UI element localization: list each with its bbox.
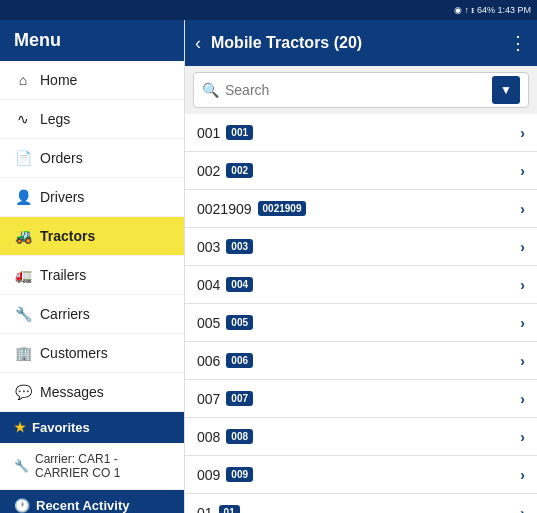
list-item-label-008: 008 — [197, 429, 220, 445]
list-item-badge-007: 007 — [226, 391, 253, 406]
list-item-text-006: 006 006 — [197, 353, 512, 369]
list-item-text-001: 001 001 — [197, 125, 512, 141]
list-item-label-001: 001 — [197, 125, 220, 141]
sidebar: Menu ⌂ Home∿ Legs📄 Orders👤 Drivers🚜 Trac… — [0, 20, 185, 513]
list-chevron-001: › — [520, 125, 525, 141]
sidebar-items: ⌂ Home∿ Legs📄 Orders👤 Drivers🚜 Tractors🚛… — [0, 61, 184, 412]
legs-icon: ∿ — [14, 111, 32, 127]
list-chevron-004: › — [520, 277, 525, 293]
list-item-text-005: 005 005 — [197, 315, 512, 331]
home-icon: ⌂ — [14, 72, 32, 88]
list-item-003[interactable]: 003 003 › — [185, 228, 537, 266]
list-item-label-002: 002 — [197, 163, 220, 179]
sidebar-item-messages[interactable]: 💬 Messages — [0, 373, 184, 412]
sidebar-label-tractors: Tractors — [40, 228, 95, 244]
list-item-badge-005: 005 — [226, 315, 253, 330]
list-container: 001 001 › 002 002 › 0021909 0021909 › 00… — [185, 114, 537, 513]
fav-icon-carrier-car1: 🔧 — [14, 459, 29, 473]
list-item-label-005: 005 — [197, 315, 220, 331]
sidebar-label-customers: Customers — [40, 345, 108, 361]
list-item-005[interactable]: 005 005 › — [185, 304, 537, 342]
list-chevron-005: › — [520, 315, 525, 331]
list-items: 001 001 › 002 002 › 0021909 0021909 › 00… — [185, 114, 537, 513]
list-item-label-003: 003 — [197, 239, 220, 255]
search-input[interactable] — [225, 82, 486, 98]
list-chevron-01: › — [520, 505, 525, 514]
list-item-0021909[interactable]: 0021909 0021909 › — [185, 190, 537, 228]
customers-icon: 🏢 — [14, 345, 32, 361]
list-item-text-008: 008 008 — [197, 429, 512, 445]
orders-icon: 📄 — [14, 150, 32, 166]
status-bar: ◉ ↑ ᵻ 64% 1:43 PM — [0, 0, 537, 20]
list-item-badge-006: 006 — [226, 353, 253, 368]
list-item-badge-001: 001 — [226, 125, 253, 140]
sidebar-label-messages: Messages — [40, 384, 104, 400]
list-chevron-007: › — [520, 391, 525, 407]
list-item-008[interactable]: 008 008 › — [185, 418, 537, 456]
sidebar-item-customers[interactable]: 🏢 Customers — [0, 334, 184, 373]
list-chevron-0021909: › — [520, 201, 525, 217]
sidebar-item-carriers[interactable]: 🔧 Carriers — [0, 295, 184, 334]
recent-section: 🕐 Recent Activity — [0, 490, 184, 513]
list-item-text-002: 002 002 — [197, 163, 512, 179]
content-area: ‹ Mobile Tractors (20) ⋮ 🔍 ▼ 001 001 › 0… — [185, 20, 537, 513]
drivers-icon: 👤 — [14, 189, 32, 205]
list-item-label-007: 007 — [197, 391, 220, 407]
list-item-006[interactable]: 006 006 › — [185, 342, 537, 380]
sidebar-item-home[interactable]: ⌂ Home — [0, 61, 184, 100]
sidebar-item-tractors[interactable]: 🚜 Tractors — [0, 217, 184, 256]
sidebar-label-legs: Legs — [40, 111, 70, 127]
list-item-002[interactable]: 002 002 › — [185, 152, 537, 190]
list-item-badge-008: 008 — [226, 429, 253, 444]
carriers-icon: 🔧 — [14, 306, 32, 322]
sidebar-label-orders: Orders — [40, 150, 83, 166]
list-item-badge-003: 003 — [226, 239, 253, 254]
list-item-text-0021909: 0021909 0021909 — [197, 201, 512, 217]
search-icon: 🔍 — [202, 82, 219, 98]
main-container: Menu ⌂ Home∿ Legs📄 Orders👤 Drivers🚜 Trac… — [0, 20, 537, 513]
list-item-label-01: 01 — [197, 505, 213, 514]
list-item-text-003: 003 003 — [197, 239, 512, 255]
page-title: Mobile Tractors (20) — [211, 34, 499, 52]
more-button[interactable]: ⋮ — [509, 32, 527, 54]
list-item-badge-004: 004 — [226, 277, 253, 292]
sidebar-item-legs[interactable]: ∿ Legs — [0, 100, 184, 139]
sidebar-item-drivers[interactable]: 👤 Drivers — [0, 178, 184, 217]
tractors-icon: 🚜 — [14, 228, 32, 244]
clock-icon: 🕐 — [14, 498, 30, 513]
list-item-badge-0021909: 0021909 — [258, 201, 307, 216]
search-bar: 🔍 ▼ — [193, 72, 529, 108]
sidebar-header: Menu — [0, 20, 184, 61]
sidebar-label-trailers: Trailers — [40, 267, 86, 283]
list-item-label-009: 009 — [197, 467, 220, 483]
list-item-text-01: 01 01 — [197, 505, 512, 514]
list-item-badge-01: 01 — [219, 505, 240, 513]
sidebar-label-drivers: Drivers — [40, 189, 84, 205]
list-item-label-006: 006 — [197, 353, 220, 369]
list-item-label-0021909: 0021909 — [197, 201, 252, 217]
list-item-label-004: 004 — [197, 277, 220, 293]
list-chevron-006: › — [520, 353, 525, 369]
favorite-item-carrier-car1[interactable]: 🔧 Carrier: CAR1 - CARRIER CO 1 — [0, 443, 184, 490]
list-item-001[interactable]: 001 001 › — [185, 114, 537, 152]
content-header: ‹ Mobile Tractors (20) ⋮ — [185, 20, 537, 66]
sidebar-item-trailers[interactable]: 🚛 Trailers — [0, 256, 184, 295]
favorites-section: ★ Favorites — [0, 412, 184, 443]
list-item-009[interactable]: 009 009 › — [185, 456, 537, 494]
list-chevron-009: › — [520, 467, 525, 483]
trailers-icon: 🚛 — [14, 267, 32, 283]
star-icon: ★ — [14, 420, 26, 435]
list-item-007[interactable]: 007 007 › — [185, 380, 537, 418]
list-chevron-003: › — [520, 239, 525, 255]
search-dropdown-button[interactable]: ▼ — [492, 76, 520, 104]
list-item-badge-009: 009 — [226, 467, 253, 482]
favorite-items: 🔧 Carrier: CAR1 - CARRIER CO 1 — [0, 443, 184, 490]
list-item-004[interactable]: 004 004 › — [185, 266, 537, 304]
sidebar-item-orders[interactable]: 📄 Orders — [0, 139, 184, 178]
list-item-01[interactable]: 01 01 › — [185, 494, 537, 513]
back-button[interactable]: ‹ — [195, 33, 201, 54]
list-chevron-008: › — [520, 429, 525, 445]
fav-label-carrier-car1: Carrier: CAR1 - CARRIER CO 1 — [35, 452, 170, 480]
sidebar-label-home: Home — [40, 72, 77, 88]
list-item-badge-002: 002 — [226, 163, 253, 178]
